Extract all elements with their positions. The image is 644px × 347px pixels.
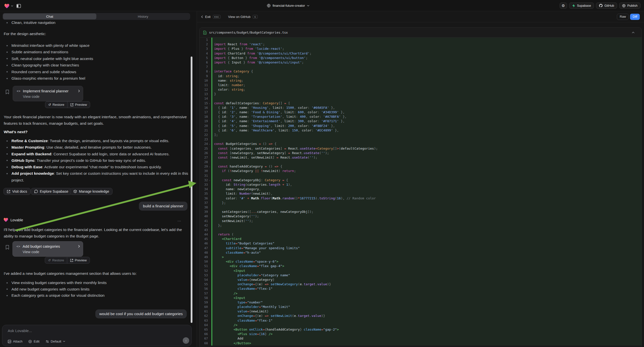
chat-scrollbar[interactable] <box>191 56 192 323</box>
tab-chat[interactable]: Chat <box>3 14 96 20</box>
code-line: 55 onChange={(e) => setNewCategory(e.tar… <box>200 282 642 286</box>
code-line: 13} <box>200 92 642 96</box>
code-line: 48 className="h-auto" <box>200 250 642 255</box>
user-message: build a financial planner <box>139 202 188 210</box>
github-button[interactable]: GitHub <box>596 2 617 9</box>
restore-button[interactable]: ↺ Restore <box>45 102 67 108</box>
restore-preview-pill: ↺ Restore Preview <box>45 101 90 108</box>
list-item: Soft, neutral color palette with light b… <box>4 56 190 62</box>
visit-docs-button[interactable]: Visit docs <box>4 188 30 195</box>
chevron-down-icon <box>63 341 65 342</box>
view-code-link[interactable]: View code <box>13 93 83 101</box>
exit-button[interactable]: Exit ESC <box>197 15 220 19</box>
list-item: Add new budget categories with custom li… <box>4 286 190 292</box>
view-code-link[interactable]: View code <box>13 248 83 256</box>
code-line: 31 <box>200 174 642 178</box>
code-line: 9 id: string; <box>200 74 642 78</box>
attach-button[interactable]: Attach <box>8 340 22 343</box>
chevron-down-icon[interactable] <box>11 5 13 7</box>
sidebar-toggle-button[interactable] <box>15 2 23 10</box>
project-switcher[interactable]: financial-future-creator <box>267 0 310 11</box>
list-item: Each category gets a unique color for vi… <box>4 292 190 299</box>
restore-preview-pill: ↺ Restore Preview <box>45 257 90 264</box>
file-path: src/components/budget/BudgetCategories.t… <box>209 30 288 34</box>
code-line: 5import { Button } from '@/components/ui… <box>200 56 642 60</box>
code-line: 52 <Input <box>200 268 642 273</box>
target-icon <box>28 340 32 343</box>
code-line: 30 if (!newCategory || !newLimit) return… <box>200 169 642 173</box>
supabase-bolt-icon <box>572 4 575 8</box>
manage-knowledge-button[interactable]: Manage knowledge <box>70 188 112 195</box>
version-card-title: Add budget categories <box>23 244 60 248</box>
added-list: View existing budget categories with the… <box>4 280 190 299</box>
version-card-add-budget-categories[interactable]: <> Add budget categories View code <box>12 241 83 257</box>
restore-button[interactable]: ↺ Restore <box>45 257 67 263</box>
code-line: 11 limit: number; <box>200 83 642 87</box>
code-line: 29⌄ const handleAddCategory = () => { <box>200 164 642 169</box>
code-line: 8⌄interface Category { <box>200 69 642 74</box>
lovable-heart-icon <box>4 218 8 222</box>
version-card-title: Implement financial planner <box>23 89 68 93</box>
code-line: 49 > <box>200 255 642 260</box>
github-icon <box>599 4 603 8</box>
preview-button[interactable]: Preview <box>67 102 90 108</box>
code-line: 17 { id: '2', name: 'Food & Dining', lim… <box>200 110 642 114</box>
edit-mode-button[interactable]: Edit <box>28 340 39 343</box>
explore-supabase-button[interactable]: Explore Supabase <box>31 188 72 195</box>
message-menu-button[interactable]: ... <box>178 218 181 222</box>
view-on-github-button[interactable]: View on GitHub G <box>228 15 258 19</box>
bookmark-icon[interactable] <box>6 245 9 250</box>
list-item: Minimalist interface with plenty of whit… <box>4 42 190 49</box>
globe-icon <box>267 4 270 8</box>
publish-button[interactable]: Publish <box>619 2 640 9</box>
code-line: 53 placeholder="Category name" <box>200 273 642 278</box>
chevron-right-icon <box>78 245 80 248</box>
code-line: 1 <box>200 38 642 42</box>
code-line: 21 { id: '6', name: 'Healthcare', limit:… <box>200 128 642 133</box>
settings-button[interactable]: ⚙ <box>560 2 567 9</box>
gear-icon: ⚙ <box>562 4 565 8</box>
model-selector[interactable]: Default <box>46 340 66 343</box>
code-line: 33 id: String(categories.length + 1), <box>200 182 642 187</box>
diff-toggle-button[interactable]: Diff <box>630 14 640 20</box>
code-editor[interactable]: 12import React from 'react';3import { Pl… <box>200 38 642 347</box>
image-icon <box>8 340 11 343</box>
code-line: 57 /> <box>200 291 642 296</box>
esc-keycap: ESC <box>213 15 221 19</box>
code-line: 24⌄const BudgetCategories = () => { <box>200 142 642 146</box>
assistant-paragraph: I've added a new budget categories manag… <box>4 270 190 277</box>
list-item: Glass-morphic elements for a premium fee… <box>4 75 190 82</box>
collapse-file-button[interactable] <box>632 32 634 33</box>
chevron-up-icon <box>632 32 634 33</box>
version-card-implement-financial-planner[interactable]: <> Implement financial planner View code <box>13 86 83 101</box>
g-keycap: G <box>253 15 258 19</box>
code-line: 23 <box>200 137 642 142</box>
assistant-header: Lovable ... <box>4 218 190 222</box>
code-line: 2import React from 'react'; <box>200 42 642 46</box>
file-header[interactable]: src/components/budget/BudgetCategories.t… <box>200 28 642 38</box>
lovable-logo-icon[interactable] <box>4 4 10 8</box>
assistant-name: Lovable <box>10 218 23 222</box>
code-line: 10 name: string; <box>200 78 642 83</box>
code-line: 14 <box>200 96 642 101</box>
globe-icon <box>622 4 626 8</box>
code-line: 34 name: newCategory, <box>200 187 642 192</box>
chat-composer: Attach Edit Default ↑ <box>2 325 192 346</box>
send-button[interactable]: ↑ <box>183 337 189 344</box>
tab-history[interactable]: History <box>96 14 190 20</box>
code-line: 47 subtitle="Manage your spending limits… <box>200 246 642 250</box>
user-message: would be cool if you could add budget ca… <box>95 310 187 318</box>
raw-toggle-button[interactable]: Raw <box>617 14 628 20</box>
supabase-button[interactable]: Supabase <box>569 2 594 9</box>
chat-input[interactable] <box>8 328 157 333</box>
code-line: 12 color: string; <box>200 87 642 92</box>
code-line: 4import ChartCard from '@/components/ui/… <box>200 51 642 56</box>
bookmark-icon[interactable] <box>6 90 9 94</box>
code-line: 15⌄const defaultCategories: Category[] =… <box>200 101 642 106</box>
list-item: Master Prompting: Use clear, detailed, a… <box>4 144 190 150</box>
whats-next-heading: What's next? <box>4 130 190 134</box>
code-line: 56 className="flex-1" <box>200 286 642 291</box>
preview-button[interactable]: Preview <box>67 257 90 263</box>
assistant-paragraph: Your sleek financial planner is now read… <box>4 114 190 126</box>
chevron-left-icon <box>201 16 203 18</box>
